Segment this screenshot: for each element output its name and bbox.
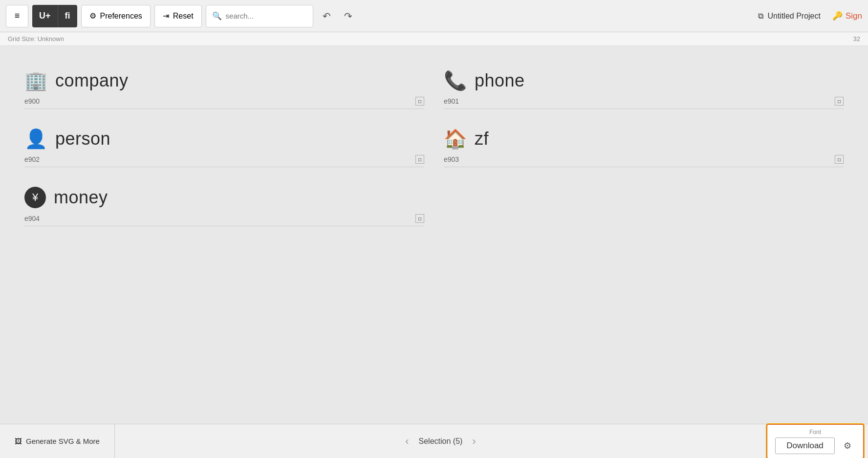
download-label: Download: [786, 441, 824, 450]
grid-size-value: 32: [853, 35, 860, 43]
reset-label: Reset: [173, 12, 194, 21]
search-icon: 🔍: [212, 11, 222, 21]
phone-code-row: e901 □: [444, 97, 844, 109]
money-name: money: [54, 187, 108, 208]
bottom-bar: 🖼 Generate SVG & More ‹ Selection (5) › …: [0, 424, 868, 458]
zf-code: e903: [444, 155, 459, 163]
icon-cell-phone: 📞 phone e901 □: [434, 56, 853, 114]
download-settings-button[interactable]: ⚙: [840, 438, 855, 454]
grid-size-label: Grid Size: Unknown: [8, 35, 64, 43]
redo-icon: ↷: [344, 10, 352, 22]
money-code-row: e904 □: [24, 214, 424, 226]
menu-button[interactable]: ≡: [6, 5, 28, 27]
zf-name: zf: [475, 129, 489, 149]
hamburger-icon: ≡: [15, 11, 20, 21]
icon-cell-money: ¥ money e904 □: [15, 172, 434, 231]
zf-symbol: 🏠: [444, 130, 467, 148]
zf-preview: □: [835, 155, 844, 164]
font-toggle: U+ fi: [32, 5, 77, 27]
person-name: person: [55, 129, 110, 149]
icon-cell-zf: 🏠 zf e903 □: [434, 114, 853, 172]
download-area: Font Download ⚙: [766, 424, 864, 458]
undo-button[interactable]: ↶: [317, 6, 337, 26]
layers-icon: ⧉: [758, 12, 763, 21]
icon-header-person: 👤 person: [24, 129, 424, 149]
money-code: e904: [24, 215, 40, 222]
project-name-label: Untitled Project: [767, 12, 821, 21]
generate-button[interactable]: 🖼 Generate SVG & More: [0, 424, 115, 458]
ligature-toggle-button[interactable]: fi: [58, 5, 77, 27]
phone-preview: □: [835, 97, 844, 106]
toolbar: ≡ U+ fi ⚙ Preferences ⇥ Reset 🔍 ↶ ↷ ⧉ Un…: [0, 0, 868, 32]
icon-header-money: ¥ money: [24, 187, 424, 208]
right-chevron-icon: ›: [472, 435, 476, 447]
sign-button[interactable]: 🔑 Sign: [832, 11, 862, 21]
selection-area: ‹ Selection (5) ›: [115, 435, 766, 448]
unicode-label: U+: [39, 11, 51, 21]
preferences-label: Preferences: [100, 12, 142, 21]
generate-icon: 🖼: [15, 437, 22, 445]
icon-header-company: 🏢 company: [24, 70, 424, 91]
phone-symbol: 📞: [444, 71, 467, 90]
company-code-row: e900 □: [24, 97, 424, 109]
prev-arrow-button[interactable]: ‹: [405, 435, 409, 448]
generate-label: Generate SVG & More: [26, 437, 100, 445]
reset-icon: ⇥: [163, 11, 169, 21]
unicode-toggle-button[interactable]: U+: [32, 5, 58, 27]
person-symbol: 👤: [24, 130, 47, 148]
icon-cell-person: 👤 person e902 □: [15, 114, 434, 172]
company-name: company: [55, 70, 129, 91]
next-arrow-button[interactable]: ›: [472, 435, 476, 448]
phone-code: e901: [444, 97, 459, 105]
company-preview: □: [415, 97, 424, 106]
sign-label: Sign: [846, 11, 862, 21]
icon-header-zf: 🏠 zf: [444, 129, 844, 149]
grid-size-bar: Grid Size: Unknown 32: [0, 32, 868, 46]
font-label: Font: [809, 429, 821, 436]
company-code: e900: [24, 97, 40, 105]
redo-button[interactable]: ↷: [339, 6, 358, 26]
phone-name: phone: [475, 70, 525, 91]
zf-code-row: e903 □: [444, 155, 844, 167]
undo-redo-group: ↶ ↷: [317, 6, 358, 26]
left-chevron-icon: ‹: [405, 435, 409, 447]
settings-gear-icon: ⚙: [844, 440, 851, 451]
selection-label: Selection (5): [419, 437, 463, 446]
icon-cell-company: 🏢 company e900 □: [15, 56, 434, 114]
icons-grid: 🏢 company e900 □ 📞 phone e901 □ 👤 per: [15, 56, 853, 231]
person-code-row: e902 □: [24, 155, 424, 167]
money-preview: □: [415, 214, 424, 223]
sign-in-icon: 🔑: [832, 11, 843, 21]
gear-icon: ⚙: [89, 11, 96, 21]
person-preview: □: [415, 155, 424, 164]
person-code: e902: [24, 155, 40, 163]
icon-header-phone: 📞 phone: [444, 70, 844, 91]
undo-icon: ↶: [323, 10, 331, 22]
download-inner: Download ⚙: [775, 437, 855, 454]
project-name: ⧉ Untitled Project: [758, 12, 821, 21]
preferences-button[interactable]: ⚙ Preferences: [81, 5, 151, 27]
ligature-label: fi: [65, 11, 70, 21]
search-input[interactable]: [226, 12, 307, 20]
main-content: 🏢 company e900 □ 📞 phone e901 □ 👤 per: [0, 46, 868, 423]
search-box: 🔍: [206, 5, 313, 27]
reset-button[interactable]: ⇥ Reset: [154, 5, 202, 27]
company-symbol: 🏢: [24, 71, 47, 90]
money-symbol: ¥: [24, 187, 46, 208]
download-button[interactable]: Download: [775, 437, 835, 454]
